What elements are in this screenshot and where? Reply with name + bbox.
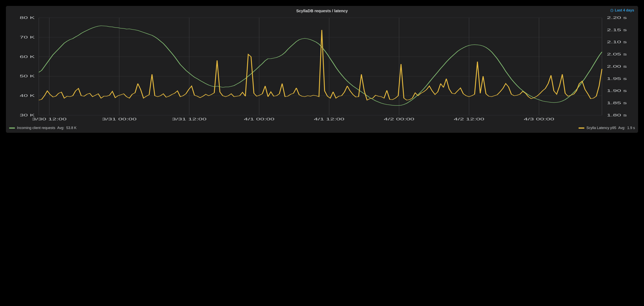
svg-text:1.95 s: 1.95 s — [607, 77, 627, 81]
chart-plot-area[interactable]: 30 K40 K50 K60 K70 K80 K1.80 s1.85 s1.90… — [9, 14, 635, 124]
svg-text:2.00 s: 2.00 s — [607, 64, 627, 68]
svg-text:80 K: 80 K — [20, 16, 35, 20]
svg-text:2.05 s: 2.05 s — [607, 52, 627, 56]
svg-text:1.90 s: 1.90 s — [607, 89, 627, 93]
legend: Incoming client requests Avg: 53.8 K Scy… — [9, 124, 635, 131]
svg-text:3/31 12:00: 3/31 12:00 — [172, 117, 206, 121]
legend-name-latency: Scylla Latency p95 — [586, 126, 616, 130]
legend-agg-value-latency: 1.9 s — [627, 126, 635, 130]
clock-icon — [610, 9, 614, 12]
svg-text:3/30 12:00: 3/30 12:00 — [32, 117, 66, 121]
panel-header: ScyllaDB requests / latency Last 4 days — [9, 8, 635, 14]
svg-text:40 K: 40 K — [20, 94, 35, 98]
chart-panel: ScyllaDB requests / latency Last 4 days … — [6, 6, 638, 133]
legend-item-latency[interactable]: Scylla Latency p95 Avg: 1.9 s — [578, 126, 635, 130]
legend-agg-value-requests: 53.8 K — [66, 126, 76, 130]
legend-swatch-requests — [9, 128, 15, 129]
time-range-label: Last 4 days — [615, 8, 634, 12]
svg-text:70 K: 70 K — [20, 35, 35, 39]
panel-title: ScyllaDB requests / latency — [296, 9, 348, 13]
time-range-picker[interactable]: Last 4 days — [610, 8, 634, 12]
svg-text:50 K: 50 K — [20, 74, 35, 78]
legend-name-requests: Incoming client requests — [17, 126, 55, 130]
svg-text:4/1 00:00: 4/1 00:00 — [244, 117, 274, 121]
svg-text:4/2 00:00: 4/2 00:00 — [384, 117, 414, 121]
svg-text:2.15 s: 2.15 s — [607, 28, 627, 32]
legend-agg-label-latency: Avg: — [618, 126, 625, 130]
svg-text:1.85 s: 1.85 s — [607, 101, 627, 105]
svg-text:4/2 12:00: 4/2 12:00 — [454, 117, 484, 121]
svg-text:3/31 00:00: 3/31 00:00 — [102, 117, 136, 121]
svg-text:2.20 s: 2.20 s — [607, 16, 627, 20]
svg-text:2.10 s: 2.10 s — [607, 40, 627, 44]
legend-agg-label-requests: Avg: — [57, 126, 64, 130]
svg-text:4/3 00:00: 4/3 00:00 — [524, 117, 554, 121]
svg-text:60 K: 60 K — [20, 55, 35, 59]
svg-text:1.80 s: 1.80 s — [607, 113, 627, 117]
legend-swatch-latency — [578, 128, 584, 129]
svg-text:30 K: 30 K — [20, 113, 35, 117]
legend-item-requests[interactable]: Incoming client requests Avg: 53.8 K — [9, 126, 76, 130]
svg-text:4/1 12:00: 4/1 12:00 — [314, 117, 344, 121]
